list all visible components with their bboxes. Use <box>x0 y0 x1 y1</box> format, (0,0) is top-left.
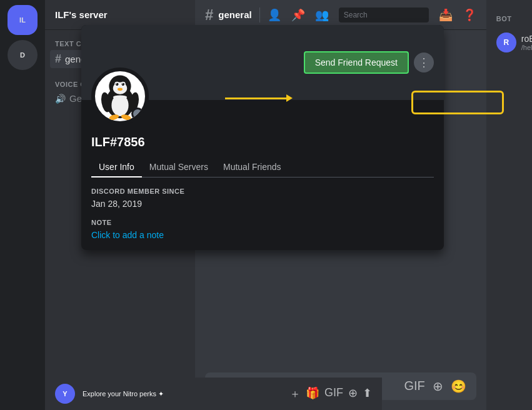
svg-point-10 <box>118 88 123 91</box>
gif-bottom-icon[interactable]: GIF <box>324 386 343 401</box>
svg-point-6 <box>116 83 118 84</box>
popup-banner: Send Friend Request ⋮ <box>81 25 444 100</box>
member-item-robot[interactable]: R roBot ✦ BOT /help <box>491 30 532 55</box>
member-sidebar: BOT R roBot ✦ BOT /help <box>486 0 532 410</box>
server-icon-discord-label: D <box>20 51 25 59</box>
status-indicator <box>131 108 144 120</box>
server-icon-discord[interactable]: D <box>8 40 38 70</box>
popup-tabs: User Info Mutual Servers Mutual Friends <box>91 157 434 178</box>
help-icon[interactable]: ❓ <box>463 8 476 22</box>
add-server-icon[interactable]: ＋ <box>289 386 301 401</box>
header-divider <box>259 8 260 22</box>
robot-name: roBot <box>521 34 532 44</box>
chat-header-hash-icon: # <box>205 6 213 24</box>
server-icon-ilf[interactable]: IL <box>8 5 38 35</box>
member-list-icon[interactable]: 👥 <box>315 8 329 22</box>
robot-info: roBot ✦ BOT /help <box>521 34 532 51</box>
bottom-username: Explore your Nitro perks ✦ <box>83 390 164 398</box>
emoji-icon[interactable]: 😊 <box>451 379 466 394</box>
popup-username: ILF#7856 <box>91 135 434 149</box>
popup-avatar-container <box>91 68 149 125</box>
user-info: Explore your Nitro perks ✦ <box>83 390 164 398</box>
tab-mutual-friends[interactable]: Mutual Friends <box>216 157 289 177</box>
server-icon-label: IL <box>19 16 26 24</box>
voice-icon: 🔊 <box>55 94 66 104</box>
svg-point-8 <box>121 82 124 86</box>
add-member-icon[interactable]: 👤 <box>268 8 281 22</box>
svg-point-15 <box>113 95 127 99</box>
pin-icon[interactable]: 📌 <box>291 8 305 22</box>
gif-icon[interactable]: GIF <box>404 379 424 394</box>
server-list: IL D <box>0 0 45 410</box>
inbox-icon[interactable]: 📥 <box>439 8 453 22</box>
send-friend-request-button[interactable]: Send Friend Request <box>304 51 409 74</box>
svg-point-9 <box>122 83 123 84</box>
profile-popup: Send Friend Request ⋮ ILF#7856 User Info… <box>81 25 444 250</box>
sticker-bottom-icon[interactable]: ⊕ <box>348 386 358 401</box>
tab-user-info[interactable]: User Info <box>91 157 142 177</box>
chat-header-icons: 👤 📌 👥 Search 📥 ❓ <box>268 8 476 22</box>
server-name: ILF's server <box>55 9 108 20</box>
robot-command: /help <box>521 44 532 51</box>
svg-point-5 <box>116 82 119 86</box>
user-avatar: Y <box>55 384 75 404</box>
bottom-bar: Y Explore your Nitro perks ✦ ＋ 🎁 GIF ⊕ ⬆ <box>45 378 382 410</box>
search-placeholder: Search <box>344 11 368 19</box>
popup-actions: Send Friend Request ⋮ <box>304 51 434 74</box>
note-label: NOTE <box>91 219 434 226</box>
more-options-button[interactable]: ⋮ <box>414 52 434 72</box>
popup-avatar <box>91 68 149 125</box>
tab-mutual-servers[interactable]: Mutual Servers <box>142 157 216 177</box>
chat-input-icons: GIF ⊕ 😊 <box>404 379 466 394</box>
search-bar[interactable]: Search <box>339 8 429 22</box>
gift-icon[interactable]: 🎁 <box>306 386 319 401</box>
note-click[interactable]: Click to add a note <box>91 230 434 240</box>
channel-hash-icon: # <box>55 52 61 66</box>
member-since-label: DISCORD MEMBER SINCE <box>91 188 434 195</box>
member-since-value: Jan 28, 2019 <box>91 199 434 209</box>
bottom-icons: ＋ 🎁 GIF ⊕ ⬆ <box>289 386 372 401</box>
chat-header-channel-name: general <box>218 9 251 20</box>
upload-icon[interactable]: ⬆ <box>363 386 372 401</box>
robot-avatar: R <box>496 32 516 52</box>
bot-section-label: BOT <box>491 15 532 22</box>
sticker-icon[interactable]: ⊕ <box>433 379 443 394</box>
